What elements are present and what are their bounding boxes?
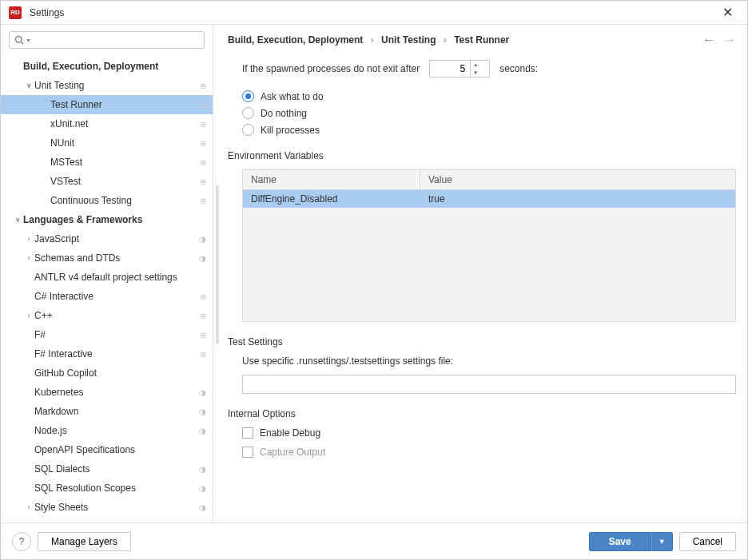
checkbox-icon[interactable]: [242, 447, 253, 458]
checkbox-label: Capture Output: [260, 447, 325, 458]
tree-item[interactable]: Test Runner⊜: [1, 95, 213, 114]
checkbox-label: Enable Debug: [260, 427, 320, 439]
tree-item-label: Kubernetes: [34, 387, 199, 398]
tree-item-label: VSTest: [50, 176, 200, 187]
radio-label: Kill processes: [261, 125, 320, 136]
test-settings-input[interactable]: [242, 375, 736, 394]
tree-item[interactable]: SQL Resolution Scopes◑: [1, 479, 213, 498]
radio-icon[interactable]: [242, 107, 254, 119]
checkbox-option[interactable]: Enable Debug: [242, 427, 736, 439]
search-icon: [14, 35, 24, 45]
env-row[interactable]: DiffEngine_Disabledtrue: [243, 190, 735, 208]
search-field[interactable]: [34, 34, 199, 46]
tree-item-label: Test Runner: [50, 99, 200, 110]
search-input[interactable]: ▼: [9, 31, 205, 49]
radio-label: Do nothing: [261, 108, 307, 119]
tree-item-label: ANTLR v4 default project settings: [34, 272, 206, 283]
spinner-up-icon[interactable]: ▲: [471, 61, 480, 69]
tree-item[interactable]: F#⊜: [1, 325, 213, 344]
tree-arrow-icon[interactable]: ›: [23, 254, 34, 262]
tree-item-label: Languages & Frameworks: [23, 214, 206, 225]
svg-point-0: [16, 37, 22, 43]
tree-arrow-icon[interactable]: ∨: [12, 216, 23, 224]
tree-item-label: MSTest: [50, 157, 200, 168]
tree-arrow-icon[interactable]: ›: [23, 235, 34, 243]
timeout-spinner[interactable]: ▲ ▼: [429, 60, 490, 77]
tree-item[interactable]: Continuous Testing⊜: [1, 191, 213, 210]
tree-item[interactable]: OpenAPI Specifications: [1, 440, 213, 459]
search-dropdown-icon[interactable]: ▼: [26, 38, 31, 43]
save-button[interactable]: Save: [589, 532, 651, 551]
tree-item[interactable]: ›Schemas and DTDs◑: [1, 248, 213, 268]
tree-item[interactable]: F# Interactive⊜: [1, 344, 213, 363]
tree-item[interactable]: NUnit⊜: [1, 133, 213, 153]
help-button[interactable]: ?: [12, 532, 31, 551]
tree-item[interactable]: Kubernetes◑: [1, 383, 213, 402]
tree-item[interactable]: VSTest⊜: [1, 172, 213, 191]
tree-item[interactable]: ›C++⊜: [1, 306, 213, 325]
radio-icon[interactable]: [242, 90, 254, 102]
env-section-title: Environment Variables: [228, 150, 736, 161]
manage-layers-button[interactable]: Manage Layers: [38, 532, 131, 551]
scope-marker-icon: ◑: [199, 465, 206, 474]
nav-back-icon[interactable]: ←: [702, 33, 715, 47]
checkbox-option[interactable]: Capture Output: [242, 447, 736, 458]
tree-item-label: Build, Execution, Deployment: [23, 61, 206, 72]
checkbox-icon[interactable]: [242, 427, 253, 439]
tree-arrow-icon[interactable]: ∨: [23, 81, 34, 89]
tree-item[interactable]: GitHub Copilot: [1, 363, 213, 383]
tree-item-label: SQL Resolution Scopes: [34, 483, 199, 494]
tree-item[interactable]: Markdown◑: [1, 402, 213, 421]
scope-marker-icon: ⊜: [200, 197, 206, 205]
tree-item[interactable]: MSTest⊜: [1, 153, 213, 172]
tree-item[interactable]: Build, Execution, Deployment: [1, 57, 213, 76]
env-table: Name Value DiffEngine_Disabledtrue: [242, 169, 736, 322]
footer: ? Manage Layers Save ▼ Cancel: [1, 522, 747, 559]
radio-option[interactable]: Kill processes: [242, 124, 736, 136]
scope-marker-icon: ◑: [199, 254, 206, 263]
radio-icon[interactable]: [242, 124, 254, 136]
save-dropdown-icon[interactable]: ▼: [651, 532, 673, 551]
breadcrumb-part[interactable]: Build, Execution, Deployment: [228, 34, 363, 46]
tree-item-label: Markdown: [34, 406, 199, 417]
tree-arrow-icon[interactable]: ›: [23, 503, 34, 511]
tree-item-label: C# Interactive: [34, 291, 200, 302]
scope-marker-icon: ⊜: [200, 177, 206, 186]
scope-marker-icon: ◑: [199, 407, 206, 416]
tree-item[interactable]: xUnit.net⊜: [1, 114, 213, 133]
tree-item[interactable]: ›JavaScript◑: [1, 229, 213, 248]
scope-marker-icon: ⊜: [200, 81, 206, 90]
env-header-name[interactable]: Name: [243, 170, 420, 189]
tree-item-label: xUnit.net: [50, 118, 200, 129]
tree-item-label: NUnit: [50, 137, 200, 149]
settings-tree: Build, Execution, Deployment∨Unit Testin…: [1, 54, 213, 522]
splitter[interactable]: [213, 25, 221, 522]
env-cell-name[interactable]: DiffEngine_Disabled: [243, 190, 420, 208]
svg-line-1: [21, 42, 23, 44]
tree-item[interactable]: SQL Dialects◑: [1, 459, 213, 479]
scope-marker-icon: ⊜: [200, 350, 206, 359]
spawned-label-before: If the spawned processes do not exit aft…: [242, 63, 420, 74]
breadcrumb-part[interactable]: Unit Testing: [381, 34, 436, 46]
tree-item-label: Unit Testing: [34, 80, 200, 91]
cancel-button[interactable]: Cancel: [679, 532, 736, 551]
window-title: Settings: [30, 7, 716, 18]
tree-item-label: GitHub Copilot: [34, 367, 206, 379]
tree-item[interactable]: Node.js◑: [1, 421, 213, 440]
tree-item[interactable]: C# Interactive⊜: [1, 287, 213, 306]
tree-item[interactable]: ∨Unit Testing⊜: [1, 76, 213, 95]
close-icon[interactable]: ✕: [716, 3, 739, 22]
tree-item[interactable]: ANTLR v4 default project settings: [1, 268, 213, 287]
tree-item[interactable]: ›Style Sheets◑: [1, 498, 213, 517]
timeout-input[interactable]: [430, 61, 470, 77]
radio-option[interactable]: Ask what to do: [242, 90, 736, 102]
tree-item[interactable]: ∨Languages & Frameworks: [1, 210, 213, 229]
nav-forward-icon[interactable]: →: [723, 33, 736, 47]
scope-marker-icon: ⊜: [200, 312, 206, 320]
spinner-down-icon[interactable]: ▼: [471, 69, 480, 77]
tree-item-label: C++: [34, 310, 200, 321]
tree-arrow-icon[interactable]: ›: [23, 312, 34, 320]
env-cell-value[interactable]: true: [420, 190, 735, 208]
env-header-value[interactable]: Value: [420, 170, 735, 189]
radio-option[interactable]: Do nothing: [242, 107, 736, 119]
